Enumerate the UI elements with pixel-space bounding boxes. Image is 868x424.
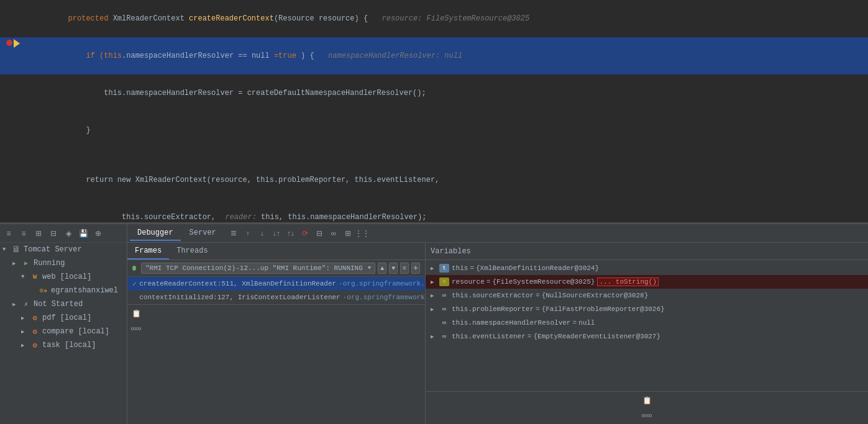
thread-status-dot <box>132 266 136 271</box>
debug-reset-btn[interactable]: ⟳ <box>299 227 311 240</box>
debug-step-over-btn[interactable]: ↑ <box>242 227 254 240</box>
var-eq: = <box>528 333 532 340</box>
breakpoint-dot <box>6 40 12 46</box>
filter-btn[interactable]: ⊟ <box>47 227 60 240</box>
keyword: protected <box>68 14 113 23</box>
frame-item[interactable]: ✓ createReaderContext:511, XmlBeanDefini… <box>127 277 425 291</box>
frame-add-btn[interactable]: + <box>411 263 420 274</box>
code-text-bp: if (this.namespaceHandlerResolver == nul… <box>30 37 868 74</box>
expand-all-btn[interactable]: ≡ <box>17 227 30 240</box>
code: ) { <box>296 52 314 60</box>
code: this.namespaceHandlerResolver = createDe… <box>68 89 426 97</box>
var-item-nsresolver[interactable]: ▶ ∞ this.namespaceHandlerResolver = null <box>426 316 868 330</box>
debug-run-to-cursor-btn[interactable]: ↑↓ <box>285 227 297 240</box>
tab-threads[interactable]: Threads <box>169 243 215 259</box>
debugger-panel: ≡ ≡ ⊞ ⊟ ◈ 💾 ⊕ ▼ 🖥 Tomcat Server ▶ ▶ Runn… <box>0 223 868 424</box>
tab-server[interactable]: Server <box>182 226 224 241</box>
tab-frames[interactable]: Frames <box>127 243 169 259</box>
code: this.sourceExtractor, <box>68 213 216 222</box>
oo-icon: ∞ <box>439 318 449 327</box>
frame-name: contextInitialized:127, IrisContextLoade… <box>139 294 340 301</box>
var-name: this <box>452 264 468 272</box>
sidebar-item-running[interactable]: ▶ ▶ Running <box>0 256 127 270</box>
var-name: this.eventListener <box>452 333 526 340</box>
debug-mute-bp-btn[interactable]: ⊟ <box>313 227 326 240</box>
settings-btn[interactable]: ◈ <box>62 227 75 240</box>
oo-icon: ∞ <box>439 332 449 341</box>
debug-more-btn[interactable]: ⋮⋮ <box>356 227 368 240</box>
code-text: this.sourceExtractor, reader: this, this… <box>30 199 868 223</box>
thread-dropdown[interactable]: "RMI TCP Connection(2)-12...up "RMI Runt… <box>141 263 375 274</box>
frame-item[interactable]: ✓ contextInitialized:127, IrisContextLoa… <box>127 291 425 304</box>
frame-up-btn[interactable]: ▲ <box>378 263 386 274</box>
debug-resume-btn[interactable]: ≡ <box>227 227 240 240</box>
var-item-problemreporter[interactable]: ▶ ∞ this.problemReporter = {FailFastProb… <box>426 302 868 316</box>
code: } <box>68 126 91 135</box>
thread-selector: "RMI TCP Connection(2)-12...up "RMI Runt… <box>127 260 425 277</box>
debug-thread-label: egrantshanxiwel <box>51 286 118 295</box>
frame-name: createReaderContext:511, XmlBeanDefiniti… <box>139 280 336 287</box>
frame-class: ·org.springframework.bean <box>339 280 425 287</box>
frame-class: ·org.springframework.web.con... <box>343 294 425 301</box>
sidebar-item-tomcat[interactable]: ▼ 🖥 Tomcat Server <box>0 243 127 256</box>
debug-settings-btn[interactable]: ∞ <box>327 227 340 240</box>
pdf-label: pdf [local] <box>42 313 91 322</box>
code: (Resource resource) { <box>274 14 368 23</box>
debug-tabs: Debugger Server ≡ ↑ ↓ ↓↑ ↑↓ ⟳ ⊟ ∞ ⊞ ⋮⋮ <box>127 224 868 243</box>
frame-down-btn[interactable]: ▼ <box>389 263 398 274</box>
var-expand-arrow: ▶ <box>431 306 439 313</box>
code-text: protected XmlReaderContext createReaderC… <box>30 0 868 37</box>
var-copy-btn[interactable]: 📋 <box>641 394 653 407</box>
debug-step-into-btn[interactable]: ↓ <box>256 227 268 240</box>
code-line: protected XmlReaderContext createReaderC… <box>0 0 868 37</box>
sidebar-item-pdf[interactable]: ▶ ⚙ pdf [local] <box>0 311 127 325</box>
keyword: if ( <box>86 52 104 60</box>
server-icon: 🖥 <box>11 245 21 255</box>
collapse-all-btn[interactable]: ≡ <box>2 227 15 240</box>
sidebar-item-web[interactable]: ▼ W web [local] <box>0 270 127 284</box>
running-label: Running <box>34 259 65 268</box>
debug-content-area: Frames Threads "RMI TCP Connection(2)-12… <box>127 243 868 424</box>
var-item-this[interactable]: ▶ t this = {XmlBeanDefinitionReader@3024… <box>426 261 868 275</box>
var-expand-arrow: ▶ <box>431 333 439 340</box>
thread-label: "RMI TCP Connection(2)-12...up "RMI Runt… <box>145 264 363 272</box>
sidebar-item-task[interactable]: ▶ ⚙ task [local] <box>0 338 127 352</box>
code-line: } <box>0 112 868 149</box>
tree-expand-arrow: ▶ <box>21 315 30 322</box>
code-text: this.namespaceHandlerResolver = createDe… <box>30 74 868 112</box>
tab-debugger[interactable]: Debugger <box>130 226 181 241</box>
var-item-eventlistener[interactable]: ▶ ∞ this.eventListener = {EmptyReaderEve… <box>426 330 868 343</box>
sidebar-item-not-started[interactable]: ▶ ✗ Not Started <box>0 297 127 311</box>
not-started-icon: ✗ <box>21 299 31 309</box>
save-btn[interactable]: 💾 <box>77 227 89 240</box>
debug-step-out-btn[interactable]: ↓↑ <box>270 227 283 240</box>
debug-layout-btn[interactable]: ⊞ <box>342 227 354 240</box>
code-line: this.sourceExtractor, reader: this, this… <box>0 199 868 223</box>
code-editor: protected XmlReaderContext createReaderC… <box>0 0 868 223</box>
task-icon: ⚙ <box>30 313 40 323</box>
var-link[interactable]: ... toString() <box>597 277 658 286</box>
var-list: ▶ t this = {XmlBeanDefinitionReader@3024… <box>426 260 868 391</box>
var-value: {XmlBeanDefinitionReader@3024} <box>476 264 599 272</box>
variables-title: Variables <box>431 247 471 256</box>
type-hint: resource: FileSystemResource@3025 <box>373 14 529 23</box>
debug-sidebar: ≡ ≡ ⊞ ⊟ ◈ 💾 ⊕ ▼ 🖥 Tomcat Server ▶ ▶ Runn… <box>0 224 127 424</box>
var-expand-btn[interactable]: ∞∞ <box>641 409 653 422</box>
this-icon: t <box>439 264 449 273</box>
field-icon: ○ <box>439 277 449 286</box>
copy-btn[interactable]: 📋 <box>130 307 142 320</box>
group-btn[interactable]: ⊞ <box>32 227 45 240</box>
var-item-sourceextractor[interactable]: ▶ ∞ this.sourceExtractor = {NullSourceEx… <box>426 289 868 302</box>
oo-icon: ∞ <box>439 291 449 300</box>
var-eq: = <box>536 292 540 299</box>
expand-frames-btn[interactable]: ∞∞ <box>130 322 142 335</box>
tree-expand-arrow: ▶ <box>21 342 30 349</box>
sidebar-item-compare[interactable]: ▶ ⚙ compare [local] <box>0 325 127 338</box>
sidebar-item-debug-thread[interactable]: ⚙❋ egrantshanxiwel <box>0 284 127 297</box>
frames-threads-tabs: Frames Threads <box>127 243 425 260</box>
var-item-resource[interactable]: ▶ ○ resource = {FileSystemResource@3025}… <box>426 275 868 289</box>
var-value: {EmptyReaderEventListener@3027} <box>533 333 660 340</box>
tree-expand-arrow: ▼ <box>21 274 30 280</box>
frame-filter-btn[interactable]: ≡ <box>400 263 409 274</box>
add-btn[interactable]: ⊕ <box>92 227 104 240</box>
